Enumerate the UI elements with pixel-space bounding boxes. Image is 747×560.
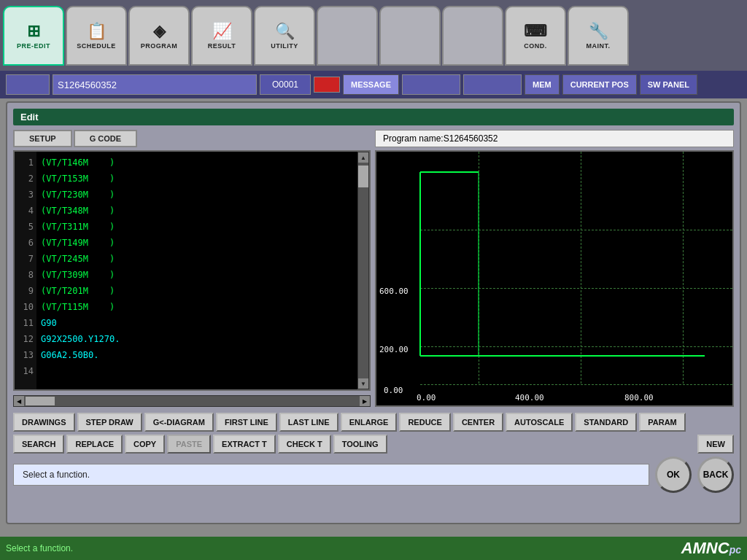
center-button[interactable]: CENTER: [453, 413, 503, 432]
code-line[interactable]: (VT/T230M ): [41, 187, 353, 203]
code-panel: SETUP G CODE 1234567891011121314 (VT/T14…: [13, 130, 371, 407]
current-pos-button[interactable]: CURRENT POS: [562, 74, 637, 95]
tab-program-label: PROGRAM: [141, 42, 178, 50]
nav-spacer-3: [442, 6, 503, 66]
graph-area: 600.00 200.00 0.00 0.00 400.00 800.00: [375, 150, 734, 407]
toolbar-area: DRAWINGSSTEP DRAWG<-DIAGRAMFIRST LINELAS…: [13, 413, 734, 493]
status-empty-box: [6, 74, 50, 95]
utility-icon: 🔍: [275, 22, 295, 41]
nav-spacer-1: [317, 6, 378, 66]
tab-schedule-label: SCHEDULE: [77, 42, 116, 50]
line-number: 3: [18, 187, 34, 203]
drawings-button[interactable]: DRAWINGS: [13, 413, 75, 432]
code-line[interactable]: G90: [41, 315, 353, 331]
tab-schedule[interactable]: 📋 SCHEDULE: [66, 6, 127, 66]
scroll-up-arrow[interactable]: ▲: [358, 152, 368, 163]
toolbar-spacer: [390, 435, 696, 454]
pre-edit-icon: ⊞: [27, 22, 40, 41]
code-line[interactable]: G06A2.50B0.: [41, 347, 353, 363]
status-empty2: [402, 74, 460, 95]
vertical-scrollbar[interactable]: ▲ ▼: [357, 152, 369, 389]
brand-accent: pc: [729, 544, 741, 556]
code-line[interactable]: G92X2500.Y1270.: [41, 331, 353, 347]
message-button[interactable]: MESSAGE: [343, 74, 399, 95]
brand-logo: AMNCpc: [681, 539, 741, 558]
g-diagram-button[interactable]: G<-DIAGRAM: [144, 413, 214, 432]
action-row: Select a function. OK BACK: [13, 456, 734, 493]
result-icon: 📈: [212, 22, 232, 41]
code-line[interactable]: (VT/T153M ): [41, 171, 353, 187]
scroll-left-arrow[interactable]: ◀: [14, 396, 24, 406]
horizontal-scrollbar[interactable]: ◀ ▶: [13, 395, 371, 407]
code-line[interactable]: (VT/T149M ): [41, 235, 353, 251]
back-button[interactable]: BACK: [697, 456, 734, 493]
tab-result[interactable]: 📈 RESULT: [191, 6, 252, 66]
last-line-button[interactable]: LAST LINE: [279, 413, 338, 432]
tab-utility-label: UTILITY: [271, 42, 298, 50]
line-number: 11: [18, 315, 34, 331]
toolbar-row-2: SEARCHREPLACECOPYPASTEEXTRACT TCHECK TTO…: [13, 435, 734, 454]
scroll-h-thumb[interactable]: [26, 397, 55, 405]
bottom-bar: Select a function. AMNCpc: [0, 537, 747, 560]
sw-panel-button[interactable]: SW PANEL: [640, 74, 697, 95]
oo-code-display: O0001: [260, 74, 311, 95]
program-id-display: S1264560352: [53, 74, 257, 95]
scroll-thumb[interactable]: [358, 166, 368, 187]
standard-button[interactable]: STANDARD: [575, 413, 637, 432]
mem-button[interactable]: MEM: [525, 74, 560, 95]
code-line[interactable]: (VT/T245M ): [41, 251, 353, 267]
tab-maint[interactable]: 🔧 MAINT.: [568, 6, 629, 66]
code-line[interactable]: (VT/T201M ): [41, 283, 353, 299]
setup-tab[interactable]: SETUP: [13, 130, 72, 147]
autoscale-button[interactable]: AUTOSCALE: [506, 413, 573, 432]
code-editor[interactable]: 1234567891011121314 (VT/T146M )(VT/T153M…: [13, 150, 371, 391]
code-line[interactable]: (VT/T115M ): [41, 299, 353, 315]
status-indicator-light: [314, 77, 340, 93]
tab-buttons: SETUP G CODE: [13, 130, 371, 147]
code-line[interactable]: (VT/T146M ): [41, 155, 353, 171]
line-numbers: 1234567891011121314: [15, 152, 36, 389]
tab-cond[interactable]: ⌨ COND.: [505, 6, 566, 66]
line-number: 6: [18, 235, 34, 251]
status-bar: S1264560352 O0001 MESSAGE MEM CURRENT PO…: [0, 71, 747, 98]
code-line[interactable]: (VT/T309M ): [41, 267, 353, 283]
tab-program[interactable]: ◈ PROGRAM: [128, 6, 190, 66]
tab-pre-edit-label: PRE-EDIT: [17, 42, 50, 50]
line-number: 13: [18, 347, 34, 363]
new-button[interactable]: NEW: [697, 435, 734, 454]
step-draw-button[interactable]: STEP DRAW: [77, 413, 142, 432]
gcode-tab[interactable]: G CODE: [74, 130, 137, 147]
copy-button[interactable]: COPY: [125, 435, 165, 454]
tab-pre-edit[interactable]: ⊞ PRE-EDIT: [3, 6, 64, 66]
reduce-button[interactable]: REDUCE: [399, 413, 450, 432]
tab-result-label: RESULT: [208, 42, 236, 50]
extract-t-button[interactable]: EXTRACT T: [213, 435, 276, 454]
first-line-button[interactable]: FIRST LINE: [216, 413, 277, 432]
scroll-down-arrow[interactable]: ▼: [358, 378, 368, 389]
edit-header: Edit: [13, 109, 734, 125]
code-line[interactable]: (VT/T348M ): [41, 203, 353, 219]
tab-cond-label: COND.: [524, 42, 547, 50]
line-number: 12: [18, 331, 34, 347]
edit-content: SETUP G CODE 1234567891011121314 (VT/T14…: [13, 130, 734, 407]
paste-button: PASTE: [167, 435, 211, 454]
scroll-right-arrow[interactable]: ▶: [360, 396, 370, 406]
ok-button[interactable]: OK: [655, 456, 692, 493]
status-message-bar: Select a function.: [13, 464, 649, 486]
code-content[interactable]: (VT/T146M )(VT/T153M )(VT/T230M )(VT/T34…: [36, 152, 357, 389]
schedule-icon: 📋: [87, 22, 107, 41]
status-empty3: [463, 74, 522, 95]
code-line[interactable]: (VT/T311M ): [41, 219, 353, 235]
line-number: 2: [18, 171, 34, 187]
line-number: 9: [18, 283, 34, 299]
param-button[interactable]: PARAM: [639, 413, 686, 432]
main-area: Edit SETUP G CODE 1234567891011121314 (V…: [6, 101, 741, 524]
check-t-button[interactable]: CHECK T: [278, 435, 331, 454]
enlarge-button[interactable]: ENLARGE: [341, 413, 398, 432]
replace-button[interactable]: REPLACE: [66, 435, 123, 454]
tab-utility[interactable]: 🔍 UTILITY: [254, 6, 315, 66]
search-button[interactable]: SEARCH: [13, 435, 64, 454]
graph-path-svg: [376, 152, 732, 405]
tooling-button[interactable]: TOOLING: [333, 435, 387, 454]
program-icon: ◈: [153, 22, 166, 41]
